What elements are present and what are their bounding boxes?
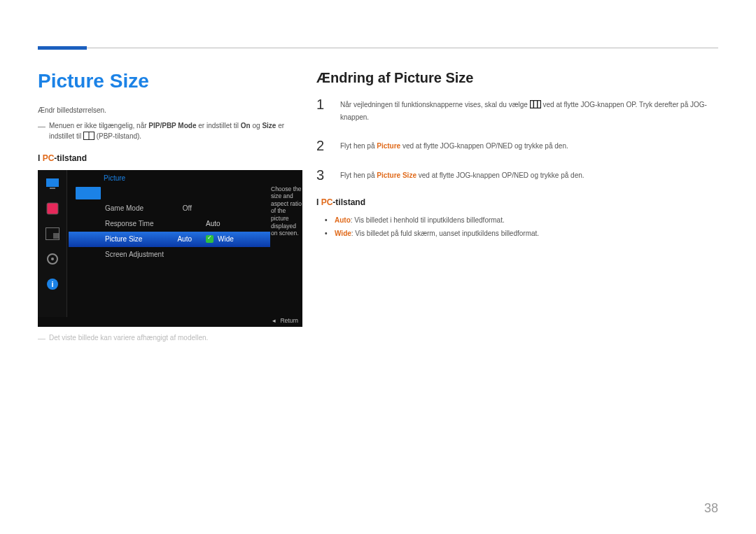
- sub-h-post: -tilstand: [332, 197, 365, 207]
- osd-sub-label: Auto: [206, 220, 220, 227]
- sub-h-pre: I: [38, 153, 43, 163]
- osd-row-picture-size: Picture SizeAuto: [69, 232, 200, 247]
- bullet-auto: Auto: Vis billedet i henhold til inputki…: [316, 214, 718, 226]
- pbp-grid-icon: [83, 132, 94, 143]
- osd-tab-info-icon: i: [45, 276, 60, 292]
- bullet-accent: Auto: [335, 216, 351, 224]
- menu-grid-icon: [530, 100, 541, 112]
- left-column: Picture Size Ændr billedstørrelsen. Menu…: [38, 70, 302, 347]
- sub-h-pc: PC: [321, 197, 333, 207]
- bullet-text: : Vis billedet på fuld skærm, uanset inp…: [351, 230, 539, 237]
- step-2: 2 Flyt hen på Picture ved at flytte JOG-…: [316, 139, 718, 153]
- svg-rect-12: [530, 101, 540, 108]
- note-bold: Size: [262, 122, 276, 129]
- step-number: 1: [316, 97, 328, 111]
- osd-label: Response Time: [105, 220, 153, 227]
- osd-row-game-mode: Game ModeOff: [69, 201, 200, 216]
- right-column: Ændring af Picture Size 1 Når vejledning…: [316, 70, 718, 241]
- header-rule: [38, 48, 718, 48]
- step-3: 3 Flyt hen på Picture Size ved at flytte…: [316, 168, 718, 182]
- svg-text:i: i: [51, 280, 53, 288]
- sub-h-pc: PC: [43, 153, 55, 163]
- svg-point-9: [51, 258, 54, 260]
- step-seg: ved at flytte JOG-knappen OP/NED og tryk…: [400, 142, 568, 150]
- availability-note: Menuen er ikke tilgængelig, når PIP/PBP …: [38, 120, 302, 143]
- osd-return-hint: Return: [272, 317, 298, 324]
- osd-value: Off: [183, 204, 192, 212]
- svg-rect-3: [50, 188, 55, 189]
- osd-current-input-row: [69, 185, 200, 201]
- step-text: Når vejledningen til funktionsknapperne …: [340, 97, 718, 123]
- step-seg: Når vejledningen til funktionsknapperne …: [340, 101, 530, 108]
- svg-rect-2: [46, 178, 59, 187]
- header-accent: [38, 46, 87, 50]
- osd-submenu-auto: Auto: [200, 216, 270, 232]
- osd-return-label: Return: [280, 317, 298, 324]
- osd-input-thumb: [76, 187, 101, 199]
- osd-row-screen-adjustment: Screen Adjustment: [69, 247, 200, 262]
- step-text: Flyt hen på Picture Size ved at flytte J…: [340, 168, 718, 181]
- osd-submenu: Auto Wide: [200, 216, 270, 247]
- bullet-accent: Wide: [335, 230, 351, 237]
- note-segment: (PBP-tilstand).: [97, 132, 141, 140]
- svg-rect-4: [47, 203, 58, 214]
- sub-h-pre: I: [316, 197, 321, 207]
- step-text: Flyt hen på Picture ved at flytte JOG-kn…: [340, 139, 718, 152]
- section-title: Picture Size: [38, 70, 302, 92]
- right-title: Ændring af Picture Size: [316, 70, 718, 86]
- step-number: 3: [316, 168, 328, 182]
- sub-h-post: -tilstand: [54, 153, 87, 163]
- note-segment: og: [251, 122, 262, 129]
- intro-text: Ændr billedstørrelsen.: [38, 105, 302, 116]
- step-seg: Flyt hen på: [340, 171, 377, 179]
- osd-tab-picture-icon: [45, 201, 60, 216]
- osd-label: Picture Size: [105, 235, 142, 243]
- step-seg: ved at flytte JOG-knappen OP/NED og tryk…: [416, 171, 584, 179]
- step-number: 2: [316, 139, 328, 153]
- pc-mode-heading-left: I PC-tilstand: [38, 153, 302, 163]
- osd-help-text: Choose the size and aspect ratio of the …: [271, 185, 302, 237]
- note-bold: PIP/PBP Mode: [148, 122, 196, 129]
- osd-sidebar: i: [38, 170, 67, 317]
- note-segment: er indstillet til: [196, 122, 240, 129]
- step-accent: Picture: [377, 142, 400, 150]
- step-seg: Flyt hen på: [340, 142, 377, 150]
- pc-mode-heading-right: I PC-tilstand: [316, 197, 718, 207]
- page-number: 38: [704, 501, 718, 516]
- svg-rect-7: [53, 233, 59, 239]
- osd-label: Game Mode: [105, 204, 144, 212]
- osd-tab-display-icon: [45, 176, 60, 191]
- note-segment: Menuen er ikke tilgængelig, når: [49, 122, 148, 129]
- bullet-text: : Vis billedet i henhold til inputkilden…: [351, 216, 505, 224]
- osd-menu: Game ModeOff Response Time Picture SizeA…: [69, 185, 200, 262]
- osd-submenu-wide: Wide: [200, 232, 270, 247]
- osd-header: Picture: [38, 170, 302, 186]
- osd-value: Auto: [177, 235, 192, 243]
- step-1: 1 Når vejledningen til funktionsknappern…: [316, 97, 718, 123]
- osd-tab-settings-icon: [45, 251, 60, 267]
- osd-screenshot: i Picture Game ModeOff Response Time Pic…: [38, 170, 302, 327]
- bullet-wide: Wide: Vis billedet på fuld skærm, uanset…: [316, 227, 718, 239]
- check-icon: [206, 235, 214, 243]
- note-bold: On: [241, 122, 251, 129]
- osd-tab-pip-icon: [45, 226, 60, 241]
- model-footnote: Det viste billede kan variere afhængigt …: [38, 332, 302, 344]
- osd-sub-label: Wide: [218, 235, 234, 243]
- osd-label: Screen Adjustment: [105, 251, 164, 258]
- step-accent: Picture Size: [377, 171, 416, 179]
- osd-row-response-time: Response Time: [69, 216, 200, 232]
